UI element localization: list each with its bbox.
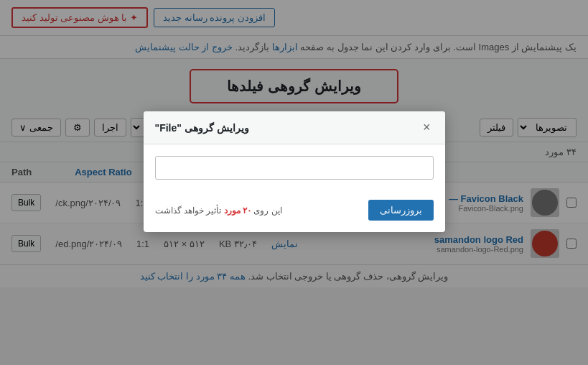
modal-input-field[interactable] <box>155 156 434 180</box>
modal-note-prefix: این روی <box>251 205 282 216</box>
modal-header: × ویرایش گروهی "File" <box>144 111 445 144</box>
modal-footer: بروزرسانی این روی ۲۰ مورد تأثیر خواهد گذ… <box>144 200 445 232</box>
modal-overlay: × ویرایش گروهی "File" بروزرسانی این روی … <box>0 0 588 365</box>
modal-close-button[interactable]: × <box>420 120 434 135</box>
modal-title: ویرایش گروهی "File" <box>155 122 249 134</box>
modal-note: این روی ۲۰ مورد تأثیر خواهد گذاشت <box>155 205 282 216</box>
modal-note-suffix: تأثیر خواهد گذاشت <box>155 205 224 216</box>
modal-dialog: × ویرایش گروهی "File" بروزرسانی این روی … <box>144 111 445 232</box>
modal-body <box>144 144 445 200</box>
update-button[interactable]: بروزرسانی <box>368 200 434 221</box>
modal-note-count: ۲۰ مورد <box>224 205 251 216</box>
